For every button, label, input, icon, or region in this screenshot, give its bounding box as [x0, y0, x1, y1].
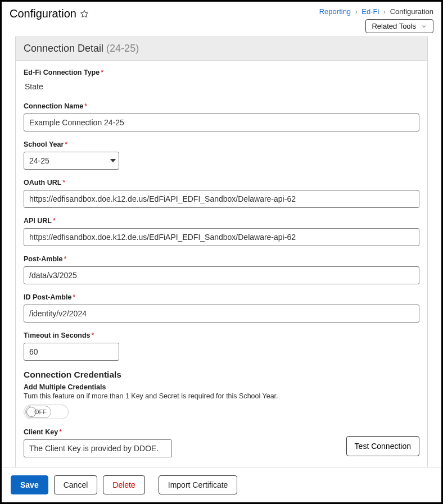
client-key-input[interactable] [24, 439, 172, 457]
label-timeout: Timeout in Seconds* [24, 332, 419, 339]
toggle-state-label: OFF [34, 408, 47, 415]
page-title: Configuration [10, 7, 76, 20]
label-id-post-amble: ID Post-Amble* [24, 293, 419, 301]
panel-header: Connection Detail (24-25) [15, 37, 428, 60]
import-certificate-button[interactable]: Import Certificate [159, 475, 238, 494]
chevron-right-icon: › [355, 8, 358, 16]
save-button[interactable]: Save [11, 475, 48, 494]
label-oauth: OAuth URL* [24, 179, 419, 187]
post-amble-input[interactable] [24, 266, 419, 284]
breadcrumb-edfi[interactable]: Ed-Fi [361, 7, 379, 16]
label-type: Ed-Fi Connection Type* [24, 69, 419, 76]
panel-year: (24-25) [106, 43, 139, 54]
chevron-right-icon: › [383, 8, 386, 16]
star-icon[interactable] [80, 10, 89, 19]
breadcrumb-current: Configuration [390, 7, 433, 16]
test-connection-button[interactable]: Test Connection [346, 436, 419, 456]
timeout-input[interactable] [24, 343, 119, 361]
label-school-year: School Year* [24, 140, 419, 148]
add-multi-title: Add Multiple Credentials [24, 383, 419, 391]
label-client-key: Client Key* [24, 428, 172, 436]
chevron-down-icon [421, 23, 427, 30]
oauth-url-input[interactable] [24, 190, 419, 208]
id-post-amble-input[interactable] [24, 305, 419, 323]
breadcrumb-reporting[interactable]: Reporting [319, 7, 351, 16]
label-name: Connection Name* [24, 102, 419, 110]
panel-title: Connection Detail [24, 43, 103, 54]
add-multi-desc: Turn this feature on if more than 1 Key … [24, 392, 419, 400]
connection-name-input[interactable] [24, 113, 419, 131]
related-tools-label: Related Tools [372, 22, 416, 30]
value-type: State [24, 80, 419, 93]
credentials-section-title: Connection Credentials [24, 370, 419, 380]
api-url-input[interactable] [24, 228, 419, 246]
related-tools-button[interactable]: Related Tools [365, 19, 433, 33]
footer-bar: Save Cancel Delete Import Certificate [2, 467, 441, 502]
delete-button[interactable]: Delete [103, 475, 144, 494]
breadcrumb: Reporting › Ed-Fi › Configuration [319, 7, 433, 16]
label-post-amble: Post-Amble* [24, 255, 419, 263]
school-year-select[interactable] [24, 152, 119, 170]
cancel-button[interactable]: Cancel [54, 475, 98, 494]
label-api: API URL* [24, 217, 419, 225]
